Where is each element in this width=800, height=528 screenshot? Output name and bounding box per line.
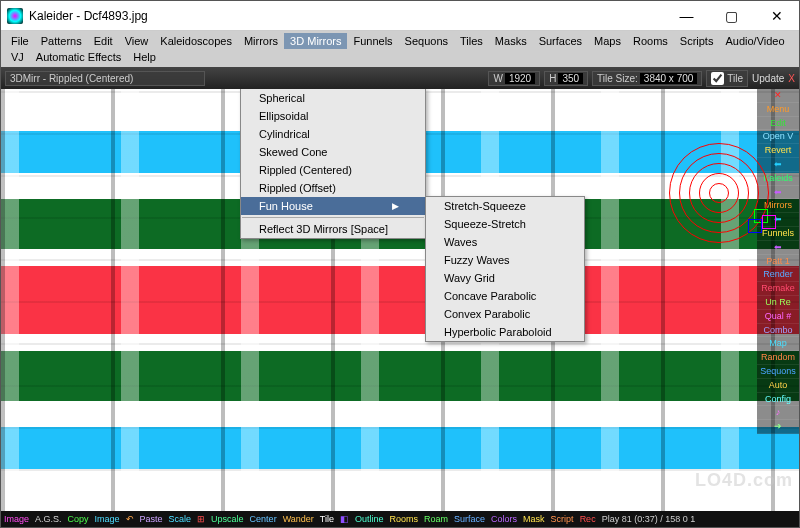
menu-kaleidoscopes[interactable]: Kaleidoscopes — [154, 33, 238, 49]
toolbar-close-x[interactable]: X — [788, 73, 795, 84]
side--[interactable]: ✕ — [757, 89, 799, 103]
side-remake[interactable]: Remake — [757, 282, 799, 296]
bottom-tile[interactable]: Tile — [317, 514, 337, 524]
side--[interactable]: ⬅ — [757, 158, 799, 172]
side--[interactable]: ⬅ — [757, 186, 799, 200]
menu-item-squeeze-stretch[interactable]: Squeeze-Stretch — [426, 215, 584, 233]
side-combo[interactable]: Combo — [757, 324, 799, 338]
menu-item-hyperbolic-paraboloid[interactable]: Hyperbolic Paraboloid — [426, 323, 584, 341]
bottom--[interactable]: ↶ — [123, 514, 137, 524]
bottom-roam[interactable]: Roam — [421, 514, 451, 524]
menu-item-ellipsoidal[interactable]: Ellipsoidal — [241, 107, 425, 125]
bottom-image[interactable]: Image — [92, 514, 123, 524]
menu-automatic-effects[interactable]: Automatic Effects — [30, 49, 127, 65]
menu-audio-video[interactable]: Audio/Video — [719, 33, 790, 49]
side-render[interactable]: Render — [757, 268, 799, 282]
bottom-play-81-0-37-158-0-1[interactable]: Play 81 (0:37) / 158 0 1 — [599, 514, 699, 524]
side--[interactable]: ⬅ — [757, 241, 799, 255]
menu-item-fuzzy-waves[interactable]: Fuzzy Waves — [426, 251, 584, 269]
menu-item-rippled-centered-[interactable]: Rippled (Centered) — [241, 161, 425, 179]
bottom-mask[interactable]: Mask — [520, 514, 548, 524]
menu-funnels[interactable]: Funnels — [347, 33, 398, 49]
tilesize-label: Tile Size: — [597, 73, 638, 84]
menu-item-cylindrical[interactable]: Cylindrical — [241, 125, 425, 143]
menu-item-concave-parabolic[interactable]: Concave Parabolic — [426, 287, 584, 305]
menu-rooms[interactable]: Rooms — [627, 33, 674, 49]
menu-surfaces[interactable]: Surfaces — [533, 33, 588, 49]
bottom-scale[interactable]: Scale — [166, 514, 195, 524]
bottom--[interactable]: ◧ — [337, 514, 352, 524]
side-auto[interactable]: Auto — [757, 379, 799, 393]
side-random[interactable]: Random — [757, 351, 799, 365]
side-open-v[interactable]: Open V — [757, 130, 799, 144]
menu-item-skewed-cone[interactable]: Skewed Cone — [241, 143, 425, 161]
tilesize-value: 3840 x 700 — [640, 73, 698, 84]
menu-tiles[interactable]: Tiles — [454, 33, 489, 49]
side-un-re[interactable]: Un Re — [757, 296, 799, 310]
tile-checkbox-label: Tile — [727, 73, 743, 84]
side-funnels[interactable]: Funnels — [757, 227, 799, 241]
menu-edit[interactable]: Edit — [88, 33, 119, 49]
tile-checkbox-input[interactable] — [711, 72, 724, 85]
menu-vj[interactable]: VJ — [5, 49, 30, 65]
app-window: Kaleider - Dcf4893.jpg — ▢ ✕ FilePattern… — [0, 0, 800, 528]
h-value[interactable]: 350 — [558, 73, 583, 84]
w-value[interactable]: 1920 — [505, 73, 535, 84]
menu-item-waves[interactable]: Waves — [426, 233, 584, 251]
menu-mirrors[interactable]: Mirrors — [238, 33, 284, 49]
bottom-outline[interactable]: Outline — [352, 514, 387, 524]
menu-help[interactable]: Help — [127, 49, 162, 65]
side-config[interactable]: Config — [757, 393, 799, 407]
menu-3d-mirrors[interactable]: 3D Mirrors — [284, 33, 347, 49]
side--[interactable]: ♪ — [757, 406, 799, 420]
3d-mirrors-menu[interactable]: SphericalEllipsoidalCylindricalSkewed Co… — [240, 89, 426, 239]
menu-item-rippled-offset-[interactable]: Rippled (Offset) — [241, 179, 425, 197]
menu-file[interactable]: File — [5, 33, 35, 49]
menu-item-reflect-3d-mirrors[interactable]: Reflect 3D Mirrors [Space] — [241, 220, 425, 238]
bottom-paste[interactable]: Paste — [137, 514, 166, 524]
menu-item-convex-parabolic[interactable]: Convex Parabolic — [426, 305, 584, 323]
bottom-bar: ImageA.G.S.CopyImage↶PasteScale⊞UpscaleC… — [1, 511, 799, 527]
bottom-rec[interactable]: Rec — [577, 514, 599, 524]
menu-item-wavy-grid[interactable]: Wavy Grid — [426, 269, 584, 287]
bottom-surface[interactable]: Surface — [451, 514, 488, 524]
menu-item-stretch-squeeze[interactable]: Stretch-Squeeze — [426, 197, 584, 215]
side-kaleids[interactable]: Kaleids — [757, 172, 799, 186]
menu-patterns[interactable]: Patterns — [35, 33, 88, 49]
maximize-button[interactable]: ▢ — [709, 1, 754, 30]
menu-masks[interactable]: Masks — [489, 33, 533, 49]
side--[interactable]: ➔ — [757, 420, 799, 434]
width-panel: W 1920 — [488, 71, 540, 86]
toolbar: 3DMirr - Rippled (Centered) W 1920 H 350… — [1, 67, 799, 89]
side-menu[interactable]: Menu — [757, 103, 799, 117]
bottom-colors[interactable]: Colors — [488, 514, 520, 524]
side-edit[interactable]: Edit — [757, 117, 799, 131]
bottom-copy[interactable]: Copy — [65, 514, 92, 524]
bottom-center[interactable]: Center — [247, 514, 280, 524]
menu-maps[interactable]: Maps — [588, 33, 627, 49]
update-button[interactable]: Update — [752, 73, 784, 84]
side-patt-1[interactable]: Patt 1 — [757, 255, 799, 269]
app-icon — [7, 8, 23, 24]
side-qual-[interactable]: Qual # — [757, 310, 799, 324]
bottom-script[interactable]: Script — [548, 514, 577, 524]
bottom--[interactable]: ⊞ — [194, 514, 208, 524]
menu-item-fun-house[interactable]: Fun House▶ — [241, 197, 425, 215]
bottom-rooms[interactable]: Rooms — [387, 514, 422, 524]
bottom-upscale[interactable]: Upscale — [208, 514, 247, 524]
side-sequons[interactable]: Sequons — [757, 365, 799, 379]
canvas-area[interactable]: ✕MenuEditOpen VRevert⬅Kaleids⬅Mirrors⬅Fu… — [1, 89, 799, 511]
side-revert[interactable]: Revert — [757, 144, 799, 158]
menu-scripts[interactable]: Scripts — [674, 33, 720, 49]
fun-house-submenu[interactable]: Stretch-SqueezeSqueeze-StretchWavesFuzzy… — [425, 196, 585, 342]
side-map[interactable]: Map — [757, 337, 799, 351]
menu-sequons[interactable]: Sequons — [399, 33, 454, 49]
menu-view[interactable]: View — [119, 33, 155, 49]
tile-checkbox[interactable]: Tile — [706, 70, 748, 87]
bottom-image[interactable]: Image — [1, 514, 32, 524]
bottom-a-g-s-[interactable]: A.G.S. — [32, 514, 65, 524]
bottom-wander[interactable]: Wander — [280, 514, 317, 524]
minimize-button[interactable]: — — [664, 1, 709, 30]
close-button[interactable]: ✕ — [754, 1, 799, 30]
menu-item-spherical[interactable]: Spherical — [241, 89, 425, 107]
